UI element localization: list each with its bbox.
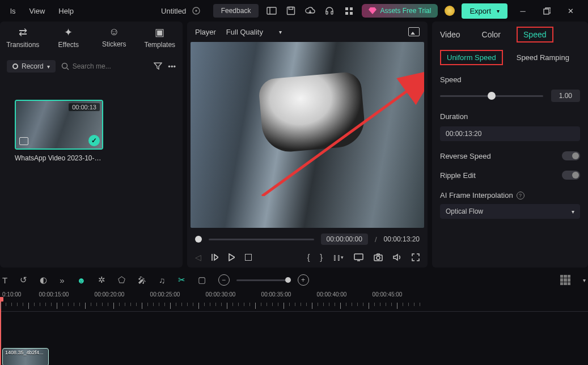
timeline-ruler[interactable]: 0:10:00 00:00:15:00 00:00:20:00 00:00:25… [0,291,588,312]
mic-icon[interactable]: 🎤︎ [138,275,146,285]
music-icon[interactable]: ♫ [159,275,165,285]
help-icon[interactable]: ? [517,192,524,200]
tab-stickers[interactable]: ☺Stickers [91,26,137,48]
reverse-speed-toggle[interactable] [562,151,580,160]
menu-ls[interactable]: ls [5,5,21,18]
fullscreen-icon[interactable] [412,253,420,261]
svg-rect-6 [326,11,328,14]
coin-icon[interactable] [445,6,455,16]
minimize-button[interactable]: ─ [514,3,531,19]
video-preview[interactable] [191,42,424,228]
zoom-in-button[interactable]: + [298,274,309,286]
prev-frame-button[interactable]: ◁ [195,253,201,262]
chevron-down-icon: ▾ [47,63,50,70]
ruler-ticks [0,303,588,311]
export-label: Export [469,7,491,15]
crop-icon[interactable]: ▢ [198,275,206,285]
headphones-icon[interactable] [323,5,336,17]
left-tabs: ⇄Transitions ✦Effects ☺Stickers ▣Templat… [0,22,183,56]
zoom-thumb[interactable] [285,277,291,283]
tab-transitions-label: Transitions [6,41,39,49]
scrub-handle[interactable] [195,236,202,243]
mask-icon[interactable]: ◐ [40,275,47,285]
layout-icon[interactable] [265,5,278,17]
player-footer: 00:00:00:00 / 00:00:13:20 ◁ { } ⫿⫿▾ [187,228,428,268]
tab-transitions[interactable]: ⇄Transitions [0,26,46,49]
bracket-close-icon[interactable]: } [320,253,323,262]
timeline-tracks[interactable]: 1408.35_4b2f4... [0,312,588,365]
assets-free-trial-button[interactable]: Assets Free Trial [362,4,438,18]
timeline-clip[interactable]: 1408.35_4b2f4... [2,348,49,365]
interpolation-select[interactable]: Optical Flow ▾ [440,204,580,219]
speed-slider[interactable] [440,95,543,97]
marker-icon[interactable]: ⬠ [118,275,125,285]
search-input[interactable]: Search me... [61,62,149,70]
cut-tool-icon[interactable]: ✂︎ [178,275,185,285]
ruler-label: 00:00:20:00 [82,291,137,298]
subtab-speed-ramping[interactable]: Speed Ramping [517,53,569,62]
apps-icon[interactable] [342,5,355,17]
duration-label: Duration [440,112,580,121]
export-button[interactable]: Export ▾ [462,3,507,19]
cloud-icon[interactable] [304,5,316,17]
scrub-track[interactable] [209,239,314,240]
ai-tool-icon[interactable]: ☻ [77,275,86,285]
tab-templates[interactable]: ▣Templates [137,26,183,49]
adjust-icon[interactable]: ✲ [98,275,105,285]
volume-icon[interactable] [393,253,401,261]
svg-rect-5 [289,7,293,10]
menu-help[interactable]: Help [53,5,79,18]
assets-label: Assets Free Trial [380,7,431,15]
more-tools-icon[interactable]: » [60,275,64,285]
search-placeholder: Search me... [73,62,111,70]
duration-value[interactable]: 00:00:13:20 [440,126,580,141]
display-icon[interactable] [354,253,363,261]
tab-speed[interactable]: Speed [522,30,547,39]
ruler-label: 00:00:40:00 [304,291,359,298]
snapshot-icon[interactable] [408,27,420,36]
play-pause-button[interactable] [211,253,218,261]
diamond-icon [369,7,377,14]
grid-view-icon[interactable] [560,275,570,285]
compare-icon[interactable]: ⫿⫿▾ [333,253,344,262]
tab-video[interactable]: Video [440,30,460,39]
feedback-button[interactable]: Feedback [213,4,259,18]
player-controls: ◁ { } ⫿⫿▾ [195,253,420,262]
quality-label: Full Quality [226,28,263,36]
history-icon[interactable]: ↺ [20,275,27,285]
speed-value[interactable]: 1.00 [551,90,580,102]
ai-interpolation-row: AI Frame Interpolation ? [440,191,580,200]
tab-effects-label: Effects [58,41,79,49]
quality-selector[interactable]: Full Quality ▾ [226,28,282,36]
zoom-slider[interactable] [236,279,291,281]
subtab-uniform-speed[interactable]: Uniform Speed [440,50,503,65]
text-tool-icon[interactable]: T [2,275,7,285]
filter-icon[interactable] [154,62,162,71]
chevron-down-icon: ▾ [572,209,574,215]
zoom-out-button[interactable]: − [218,274,230,286]
svg-rect-16 [354,254,363,260]
ruler-label: 00:00:35:00 [248,291,304,298]
maximize-button[interactable] [538,3,555,19]
play-button[interactable] [229,253,235,261]
more-icon[interactable]: ••• [168,62,176,71]
stop-button[interactable] [245,254,252,261]
bracket-open-icon[interactable]: { [307,253,310,262]
scrub-bar[interactable]: 00:00:00:00 / 00:00:13:20 [195,234,420,245]
timeline-menu-icon[interactable]: ▾ [583,277,586,283]
menu-view[interactable]: View [23,5,50,18]
total-time: 00:00:13:20 [384,235,420,243]
ruler-label: 00:00:25:00 [137,291,193,298]
tab-effects[interactable]: ✦Effects [46,26,92,49]
save-icon[interactable] [285,5,297,17]
reverse-speed-label: Reverse Speed [440,152,491,160]
ripple-edit-toggle[interactable] [562,171,580,180]
clip-thumbnail[interactable]: 00:00:13 ✓ [15,100,103,150]
camera-icon[interactable] [374,253,383,261]
media-clip[interactable]: 00:00:13 ✓ WhatsApp Video 2023-10-05... [15,100,103,162]
record-button[interactable]: Record ▾ [7,60,56,73]
speed-slider-thumb[interactable] [488,92,496,100]
prop-tabs: Video Color Speed [432,22,588,48]
close-button[interactable]: ✕ [562,3,579,19]
tab-color[interactable]: Color [482,30,501,39]
